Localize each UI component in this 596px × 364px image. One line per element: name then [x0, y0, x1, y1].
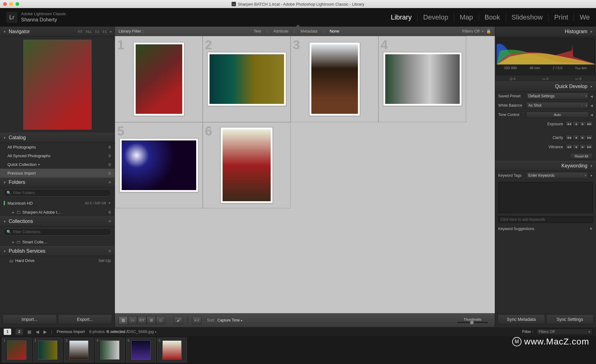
filmstrip-cell[interactable]: 1	[2, 338, 32, 362]
add-publish-service-button[interactable]: +	[108, 248, 111, 255]
module-book[interactable]: Book	[479, 13, 506, 21]
thumbnail[interactable]	[122, 140, 196, 190]
filmstrip-cell[interactable]: 4	[95, 338, 125, 362]
reset-all-button[interactable]: Reset All	[570, 153, 593, 159]
nav-ratio-menu-icon[interactable]: ▾	[110, 30, 111, 33]
module-web[interactable]: We	[574, 13, 590, 21]
volume-macintosh-hd[interactable]: Macintosh HD82.6 / 500 GB▼	[0, 198, 115, 208]
grid-view[interactable]: 1 2 3 4 5 6	[115, 36, 495, 313]
sort-direction-button[interactable]: a↕z	[192, 316, 201, 324]
thumbnail[interactable]	[210, 54, 284, 104]
filter-preset-menu-icon[interactable]: ▾	[482, 30, 484, 33]
grid-view-button[interactable]: ▦	[119, 316, 128, 324]
filmstrip-cell[interactable]: 2	[33, 338, 63, 362]
nav-1to1[interactable]: 1:1	[95, 30, 99, 33]
grid-cell[interactable]: 4	[378, 36, 466, 122]
nav-ratio[interactable]: 3:1	[102, 30, 107, 33]
disclosure-icon[interactable]: ◀	[590, 113, 593, 117]
second-window-button[interactable]: 2	[16, 329, 23, 335]
sort-criteria-dropdown[interactable]: Capture Time ▾	[217, 318, 242, 322]
import-button[interactable]: Import...	[2, 314, 57, 324]
grid-cell[interactable]: 5	[115, 122, 203, 208]
navigator-header[interactable]: ▼ Navigator FIT FILL 1:1 3:1 ▾	[0, 27, 115, 37]
sync-metadata-button[interactable]: Sync Metadata	[498, 314, 545, 324]
filmstrip-cell[interactable]: 5	[126, 338, 156, 362]
module-develop[interactable]: Develop	[418, 13, 454, 21]
thumbnail[interactable]	[136, 44, 182, 114]
go-back-button[interactable]: ◀	[36, 329, 39, 334]
export-button[interactable]: Export...	[58, 314, 112, 324]
people-view-button[interactable]: ☺	[156, 316, 165, 324]
grid-cell[interactable]: 3	[291, 36, 378, 122]
navigator-preview[interactable]	[23, 40, 92, 130]
catalog-header[interactable]: ▼ Catalog	[0, 133, 115, 143]
folders-header[interactable]: ▼ Folders +	[0, 177, 115, 187]
publish-services-header[interactable]: ▼ Publish Services +	[0, 246, 115, 256]
quick-develop-header[interactable]: Quick Develop▼	[495, 82, 596, 91]
grid-cell[interactable]: 1	[115, 36, 203, 122]
histogram-display[interactable]: ISO 800 40 mm ƒ / 5.0 ¹⁄₁₀₀ sec	[496, 38, 595, 75]
thumbnail-size-slider[interactable]: Thumbnails	[457, 317, 488, 323]
filter-folders-input[interactable]: 🔍Filter Folders	[3, 189, 111, 197]
keywording-header[interactable]: Keywording▼	[495, 161, 596, 171]
add-folder-button[interactable]: +	[108, 179, 111, 186]
publish-hard-drive[interactable]: 🖴Hard DriveSet Up	[0, 256, 115, 265]
keyword-tags-box[interactable]	[498, 182, 593, 213]
vibrance-stepper[interactable]: ◀◀◀▶▶▶	[566, 144, 593, 150]
sync-settings-button[interactable]: Sync Settings	[546, 314, 594, 324]
chevron-down-icon[interactable]: ▼	[108, 202, 111, 205]
thumbnail[interactable]	[223, 129, 271, 201]
filter-text[interactable]: Text	[254, 29, 261, 33]
compare-view-button[interactable]: XY	[137, 316, 147, 324]
go-forward-button[interactable]: ▶	[43, 329, 47, 334]
white-balance-dropdown[interactable]: As Shot⋮▾	[526, 102, 589, 109]
loupe-view-button[interactable]: ▭	[128, 316, 137, 324]
source-context[interactable]: Previous Import	[56, 329, 85, 334]
catalog-all-photographs[interactable]: All Photographs6	[0, 143, 115, 151]
filter-lock-icon[interactable]: 🔒	[486, 29, 491, 33]
collections-header[interactable]: ▼ Collections +	[0, 216, 115, 226]
exposure-stepper[interactable]: ◀◀◀▶▶▶	[566, 121, 593, 127]
module-map[interactable]: Map	[454, 13, 479, 21]
module-slideshow[interactable]: Slideshow	[506, 13, 549, 21]
catalog-quick-collection[interactable]: Quick Collection +0	[0, 160, 115, 169]
main-window-button[interactable]: 1	[4, 329, 11, 335]
survey-view-button[interactable]: ⊞	[147, 316, 156, 324]
filmstrip-filter-dropdown[interactable]: Filters Off▾	[536, 329, 592, 335]
painter-tool-button[interactable]: 🖌	[174, 316, 183, 324]
saved-preset-dropdown[interactable]: Default Settings⋮▾	[526, 93, 589, 100]
filter-attribute[interactable]: Attribute	[273, 29, 288, 33]
histogram-header[interactable]: Histogram▼	[495, 27, 596, 37]
grid-icon[interactable]: ▦	[27, 329, 31, 334]
filter-metadata[interactable]: Metadata	[300, 29, 317, 33]
catalog-all-synced[interactable]: All Synced Photographs0	[0, 151, 115, 160]
filter-collections-input[interactable]: 🔍Filter Collections	[3, 228, 111, 236]
module-print[interactable]: Print	[549, 13, 574, 21]
nav-fill[interactable]: FILL	[86, 30, 92, 33]
thumbnail[interactable]	[311, 44, 358, 114]
filmstrip-cell[interactable]: 6	[157, 338, 187, 362]
clarity-stepper[interactable]: ◀◀◀▶▶▶	[566, 135, 593, 140]
folder-item[interactable]: ▸🗀Sharpen AI Adobe t…6	[0, 208, 115, 216]
auto-tone-button[interactable]: Auto	[526, 112, 589, 118]
filmstrip[interactable]: 1 2 3 4 5 6	[0, 336, 596, 364]
disclosure-icon[interactable]: ◀	[590, 95, 593, 98]
disclosure-icon[interactable]: ▼	[589, 227, 593, 231]
panel-collapse-handle-icon[interactable]	[296, 24, 300, 27]
grid-cell[interactable]: 6	[203, 122, 291, 208]
filters-state[interactable]: Filters Off	[462, 29, 480, 33]
keyword-tags-dropdown[interactable]: Enter Keywords⋮▾	[526, 172, 588, 179]
chevron-down-icon[interactable]: ▾	[155, 331, 156, 334]
disclosure-icon[interactable]: ◀	[590, 104, 593, 107]
catalog-previous-import[interactable]: Previous Import6	[0, 169, 115, 177]
module-library[interactable]: Library	[385, 13, 418, 21]
smart-collections-item[interactable]: ▸🗃Smart Colle…	[0, 237, 115, 246]
filter-none[interactable]: None	[330, 29, 339, 33]
nav-fit[interactable]: FIT	[78, 30, 83, 33]
grid-cell[interactable]: 2	[203, 36, 291, 122]
thumbnail[interactable]	[385, 54, 460, 104]
add-collection-button[interactable]: +	[108, 218, 111, 225]
disclosure-icon[interactable]: ▼	[590, 174, 593, 177]
filmstrip-cell[interactable]: 3	[64, 338, 94, 362]
add-keywords-input[interactable]: Click here to add keywords	[498, 216, 593, 223]
